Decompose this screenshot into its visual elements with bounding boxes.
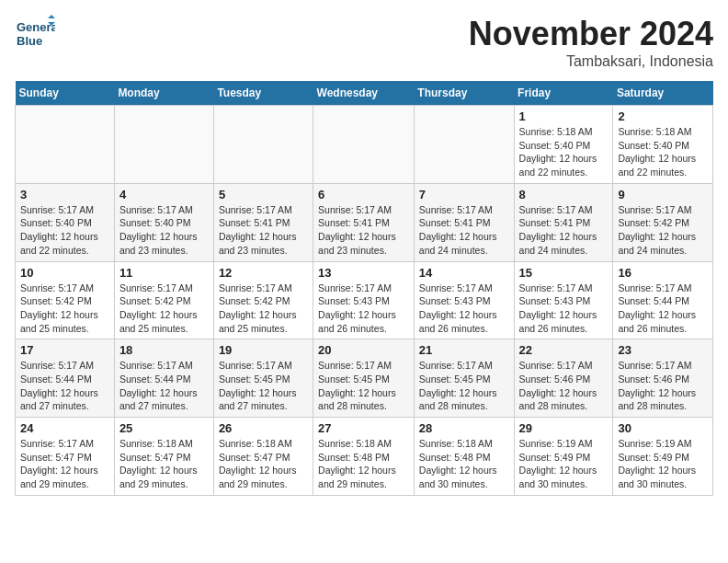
calendar-cell (414, 106, 514, 184)
day-number: 2 (618, 109, 708, 123)
day-number: 20 (318, 343, 409, 357)
calendar-cell: 7Sunrise: 5:17 AM Sunset: 5:41 PM Daylig… (414, 183, 514, 261)
calendar-cell (16, 106, 115, 184)
calendar-cell: 12Sunrise: 5:17 AM Sunset: 5:42 PM Dayli… (213, 261, 313, 339)
day-info: Sunrise: 5:19 AM Sunset: 5:49 PM Dayligh… (519, 437, 609, 491)
day-info: Sunrise: 5:17 AM Sunset: 5:46 PM Dayligh… (618, 359, 708, 413)
day-info: Sunrise: 5:17 AM Sunset: 5:41 PM Dayligh… (519, 203, 609, 258)
day-header-monday: Monday (114, 81, 213, 106)
svg-text:Blue: Blue (17, 34, 42, 48)
week-row-2: 3Sunrise: 5:17 AM Sunset: 5:40 PM Daylig… (16, 183, 713, 261)
calendar-cell: 5Sunrise: 5:17 AM Sunset: 5:41 PM Daylig… (213, 183, 313, 261)
day-number: 14 (419, 266, 509, 280)
day-info: Sunrise: 5:17 AM Sunset: 5:42 PM Dayligh… (618, 203, 708, 258)
day-header-saturday: Saturday (613, 81, 713, 106)
day-number: 24 (20, 421, 109, 435)
day-info: Sunrise: 5:18 AM Sunset: 5:47 PM Dayligh… (119, 437, 209, 491)
day-header-thursday: Thursday (414, 81, 514, 106)
location-subtitle: Tambaksari, Indonesia (469, 53, 713, 70)
day-info: Sunrise: 5:17 AM Sunset: 5:46 PM Dayligh… (519, 359, 609, 413)
day-info: Sunrise: 5:17 AM Sunset: 5:45 PM Dayligh… (219, 359, 308, 413)
day-info: Sunrise: 5:17 AM Sunset: 5:44 PM Dayligh… (618, 282, 708, 336)
calendar-cell: 4Sunrise: 5:17 AM Sunset: 5:40 PM Daylig… (114, 183, 213, 261)
day-number: 28 (419, 421, 509, 435)
day-number: 5 (219, 188, 308, 201)
day-info: Sunrise: 5:17 AM Sunset: 5:42 PM Dayligh… (219, 282, 308, 336)
day-number: 11 (119, 266, 209, 280)
day-info: Sunrise: 5:17 AM Sunset: 5:41 PM Dayligh… (419, 203, 509, 258)
calendar-cell: 30Sunrise: 5:19 AM Sunset: 5:49 PM Dayli… (613, 418, 713, 496)
logo: General Blue (15, 15, 55, 55)
day-number: 27 (318, 421, 409, 435)
day-info: Sunrise: 5:17 AM Sunset: 5:42 PM Dayligh… (20, 282, 109, 336)
day-number: 13 (318, 266, 409, 280)
day-header-tuesday: Tuesday (213, 81, 313, 106)
day-info: Sunrise: 5:17 AM Sunset: 5:47 PM Dayligh… (20, 437, 109, 491)
calendar-cell: 28Sunrise: 5:18 AM Sunset: 5:48 PM Dayli… (414, 418, 514, 496)
day-info: Sunrise: 5:17 AM Sunset: 5:45 PM Dayligh… (419, 359, 509, 413)
day-header-wednesday: Wednesday (313, 81, 415, 106)
day-info: Sunrise: 5:18 AM Sunset: 5:40 PM Dayligh… (519, 125, 609, 179)
day-number: 30 (618, 421, 708, 435)
day-info: Sunrise: 5:18 AM Sunset: 5:40 PM Dayligh… (618, 125, 708, 179)
day-info: Sunrise: 5:17 AM Sunset: 5:43 PM Dayligh… (419, 282, 509, 336)
day-info: Sunrise: 5:17 AM Sunset: 5:41 PM Dayligh… (318, 203, 409, 258)
day-number: 16 (618, 266, 708, 280)
day-number: 12 (219, 266, 308, 280)
days-header-row: SundayMondayTuesdayWednesdayThursdayFrid… (16, 81, 713, 106)
day-header-sunday: Sunday (16, 81, 115, 106)
day-number: 21 (419, 343, 509, 357)
calendar-cell: 8Sunrise: 5:17 AM Sunset: 5:41 PM Daylig… (514, 183, 613, 261)
title-area: November 2024 Tambaksari, Indonesia (469, 15, 713, 70)
calendar-cell: 26Sunrise: 5:18 AM Sunset: 5:47 PM Dayli… (213, 418, 313, 496)
day-number: 18 (119, 343, 209, 357)
day-info: Sunrise: 5:18 AM Sunset: 5:48 PM Dayligh… (318, 437, 409, 491)
calendar-cell: 23Sunrise: 5:17 AM Sunset: 5:46 PM Dayli… (613, 339, 713, 418)
day-info: Sunrise: 5:18 AM Sunset: 5:47 PM Dayligh… (219, 437, 308, 491)
calendar-table: SundayMondayTuesdayWednesdayThursdayFrid… (15, 81, 713, 496)
calendar-cell: 13Sunrise: 5:17 AM Sunset: 5:43 PM Dayli… (313, 261, 415, 339)
day-number: 26 (219, 421, 308, 435)
calendar-cell: 20Sunrise: 5:17 AM Sunset: 5:45 PM Dayli… (313, 339, 415, 418)
page-header: General Blue November 2024 Tambaksari, I… (15, 15, 713, 70)
week-row-1: 1Sunrise: 5:18 AM Sunset: 5:40 PM Daylig… (16, 106, 713, 184)
calendar-cell: 3Sunrise: 5:17 AM Sunset: 5:40 PM Daylig… (16, 183, 115, 261)
calendar-cell: 11Sunrise: 5:17 AM Sunset: 5:42 PM Dayli… (114, 261, 213, 339)
calendar-cell: 25Sunrise: 5:18 AM Sunset: 5:47 PM Dayli… (114, 418, 213, 496)
day-info: Sunrise: 5:17 AM Sunset: 5:45 PM Dayligh… (318, 359, 409, 413)
day-info: Sunrise: 5:17 AM Sunset: 5:44 PM Dayligh… (20, 359, 109, 413)
calendar-cell: 17Sunrise: 5:17 AM Sunset: 5:44 PM Dayli… (16, 339, 115, 418)
day-number: 7 (419, 188, 509, 201)
calendar-cell: 15Sunrise: 5:17 AM Sunset: 5:43 PM Dayli… (514, 261, 613, 339)
week-row-3: 10Sunrise: 5:17 AM Sunset: 5:42 PM Dayli… (16, 261, 713, 339)
day-info: Sunrise: 5:17 AM Sunset: 5:44 PM Dayligh… (119, 359, 209, 413)
calendar-cell: 6Sunrise: 5:17 AM Sunset: 5:41 PM Daylig… (313, 183, 415, 261)
day-info: Sunrise: 5:17 AM Sunset: 5:43 PM Dayligh… (318, 282, 409, 336)
calendar-cell: 16Sunrise: 5:17 AM Sunset: 5:44 PM Dayli… (613, 261, 713, 339)
calendar-cell (213, 106, 313, 184)
day-number: 9 (618, 188, 708, 201)
day-number: 3 (20, 188, 109, 201)
month-year-title: November 2024 (469, 15, 713, 53)
calendar-cell (313, 106, 415, 184)
day-info: Sunrise: 5:17 AM Sunset: 5:41 PM Dayligh… (219, 203, 308, 258)
day-number: 6 (318, 188, 409, 201)
day-header-friday: Friday (514, 81, 613, 106)
day-number: 8 (519, 188, 609, 201)
day-number: 23 (618, 343, 708, 357)
day-number: 22 (519, 343, 609, 357)
day-info: Sunrise: 5:17 AM Sunset: 5:43 PM Dayligh… (519, 282, 609, 336)
calendar-cell: 10Sunrise: 5:17 AM Sunset: 5:42 PM Dayli… (16, 261, 115, 339)
day-number: 10 (20, 266, 109, 280)
calendar-cell: 21Sunrise: 5:17 AM Sunset: 5:45 PM Dayli… (414, 339, 514, 418)
calendar-cell: 1Sunrise: 5:18 AM Sunset: 5:40 PM Daylig… (514, 106, 613, 184)
calendar-cell: 18Sunrise: 5:17 AM Sunset: 5:44 PM Dayli… (114, 339, 213, 418)
calendar-cell: 19Sunrise: 5:17 AM Sunset: 5:45 PM Dayli… (213, 339, 313, 418)
calendar-cell: 14Sunrise: 5:17 AM Sunset: 5:43 PM Dayli… (414, 261, 514, 339)
day-number: 1 (519, 109, 609, 123)
day-number: 29 (519, 421, 609, 435)
day-info: Sunrise: 5:18 AM Sunset: 5:48 PM Dayligh… (419, 437, 509, 491)
calendar-cell (114, 106, 213, 184)
day-info: Sunrise: 5:17 AM Sunset: 5:40 PM Dayligh… (20, 203, 109, 258)
day-info: Sunrise: 5:17 AM Sunset: 5:42 PM Dayligh… (119, 282, 209, 336)
